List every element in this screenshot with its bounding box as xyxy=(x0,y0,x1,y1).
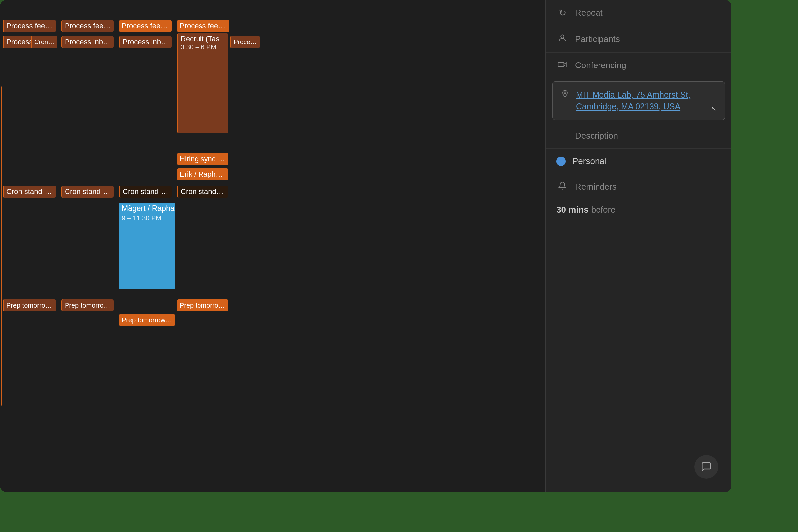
reminder-time-value: 30 mins xyxy=(556,205,589,215)
location-text: MIT Media Lab, 75 Amherst St, Cambridge,… xyxy=(576,89,690,112)
location-line1: MIT Media Lab, 75 Amherst St, xyxy=(576,89,690,101)
event-title: Cron CHA xyxy=(34,38,57,45)
event-process-feedback-3[interactable]: Process feedback 3 PM xyxy=(119,20,172,32)
conferencing-label: Conferencing xyxy=(575,60,626,71)
event-cron-standup-1[interactable]: Cron stand-up 8 PM xyxy=(3,186,56,197)
video-icon xyxy=(556,60,568,71)
event-process-inboxes-2[interactable]: Process inboxes (Task) xyxy=(61,36,114,48)
event-title: Prep tomorrow (Task) 1 xyxy=(6,302,56,309)
reminder-time-row: 30 mins before xyxy=(546,200,732,220)
event-time: 3:30 – 6 PM xyxy=(180,43,226,51)
event-title: Recruit (Tas xyxy=(180,35,226,43)
event-title: Cron stand-up xyxy=(6,187,53,195)
svg-rect-1 xyxy=(558,62,564,67)
event-title: Mägert / Raphael xyxy=(122,204,172,213)
calendar-area: Process feedback 3 PM Process feedback 3… xyxy=(0,0,545,492)
event-prep-tomorrow-2[interactable]: Prep tomorrow (Task) 1 xyxy=(61,299,114,311)
bell-icon xyxy=(556,181,568,192)
description-label: Description xyxy=(575,131,618,141)
event-cron-cha[interactable]: Cron CHA xyxy=(31,36,57,48)
event-prep-tomorrow-4[interactable]: Prep tomorrow (Task) 1. xyxy=(119,314,175,326)
event-title: Process feedback xyxy=(122,22,172,30)
event-title: Prep tomorrow (Task) 1. xyxy=(179,302,228,309)
event-process-feedback-4[interactable]: Process feedback 3 PM xyxy=(177,20,229,32)
description-section[interactable]: Description xyxy=(546,124,732,149)
event-title: Process i xyxy=(234,38,260,45)
repeat-label: Repeat xyxy=(575,8,603,18)
event-title: Prep tomorrow (Task) 1 xyxy=(65,302,114,309)
event-title: Hiring sync xyxy=(179,155,216,163)
participants-section[interactable]: Participants xyxy=(546,26,732,53)
event-title: Erik / Raphael xyxy=(179,170,225,178)
svg-point-0 xyxy=(560,35,564,38)
event-title: Cron stand-up xyxy=(180,187,227,195)
reminder-before-label: before xyxy=(591,205,616,215)
event-hiring-sync[interactable]: Hiring sync 7 PM xyxy=(177,153,228,165)
participants-icon xyxy=(556,33,568,45)
event-title: Process inboxes (Task) xyxy=(123,38,172,46)
event-magert-raphael[interactable]: Mägert / Raphael 9 – 11:30 PM xyxy=(119,203,175,289)
event-title: Process feedback xyxy=(6,22,56,30)
event-title: Process inboxes (Task) xyxy=(65,38,114,46)
repeat-icon: ↻ xyxy=(556,7,568,18)
event-prep-tomorrow-3[interactable]: Prep tomorrow (Task) 1. xyxy=(177,299,228,311)
reminders-section[interactable]: Reminders xyxy=(546,174,732,200)
conferencing-section[interactable]: Conferencing xyxy=(546,53,732,78)
event-title: Process feedback xyxy=(179,22,229,30)
repeat-section[interactable]: ↻ Repeat xyxy=(546,0,732,26)
location-icon xyxy=(560,90,569,101)
location-container: MIT Media Lab, 75 Amherst St, Cambridge,… xyxy=(546,78,732,124)
reminders-label: Reminders xyxy=(575,182,617,192)
event-prep-tomorrow-1[interactable]: Prep tomorrow (Task) 1 xyxy=(3,299,56,311)
event-cron-standup-2[interactable]: Cron stand-up 8 PM xyxy=(61,186,114,197)
app-container: Process feedback 3 PM Process feedback 3… xyxy=(0,0,732,492)
event-process-inboxes-3[interactable]: Process inboxes (Task) xyxy=(119,36,172,48)
location-section[interactable]: MIT Media Lab, 75 Amherst St, Cambridge,… xyxy=(552,81,725,120)
event-title: Cron stand-up xyxy=(123,187,169,195)
event-recruit[interactable]: Recruit (Tas 3:30 – 6 PM xyxy=(177,33,228,133)
event-time: 7 PM xyxy=(220,156,228,163)
personal-label: Personal xyxy=(572,156,607,166)
event-title: Prep tomorrow (Task) 1. xyxy=(122,316,175,324)
svg-point-2 xyxy=(564,92,566,94)
event-process-feedback-1[interactable]: Process feedback 3 PM xyxy=(3,20,56,32)
personal-section[interactable]: Personal xyxy=(546,149,732,174)
cursor-indicator: ↖ xyxy=(711,104,717,112)
location-line2: Cambridge, MA 02139, USA xyxy=(576,101,690,112)
event-process-feedback-2[interactable]: Process feedback 3 PM xyxy=(61,20,114,32)
chat-button[interactable] xyxy=(694,455,718,479)
event-cron-standup-3[interactable]: Cron stand-up 8 PM xyxy=(119,186,172,197)
event-cron-standup-4[interactable]: Cron stand-up 8 PM xyxy=(177,186,228,197)
right-panel: ↻ Repeat Participants Conferencing xyxy=(545,0,732,492)
event-title: Cron stand-up xyxy=(65,187,111,195)
event-process-inboxes-4[interactable]: Process i xyxy=(230,36,260,48)
participants-label: Participants xyxy=(575,34,620,44)
event-time: 9 – 11:30 PM xyxy=(122,214,172,222)
event-erik-raphael[interactable]: Erik / Raphael 7:30 PM xyxy=(177,168,228,180)
event-title: Process feedback xyxy=(65,22,114,30)
current-time-indicator xyxy=(1,87,2,406)
personal-color-dot xyxy=(556,157,566,166)
